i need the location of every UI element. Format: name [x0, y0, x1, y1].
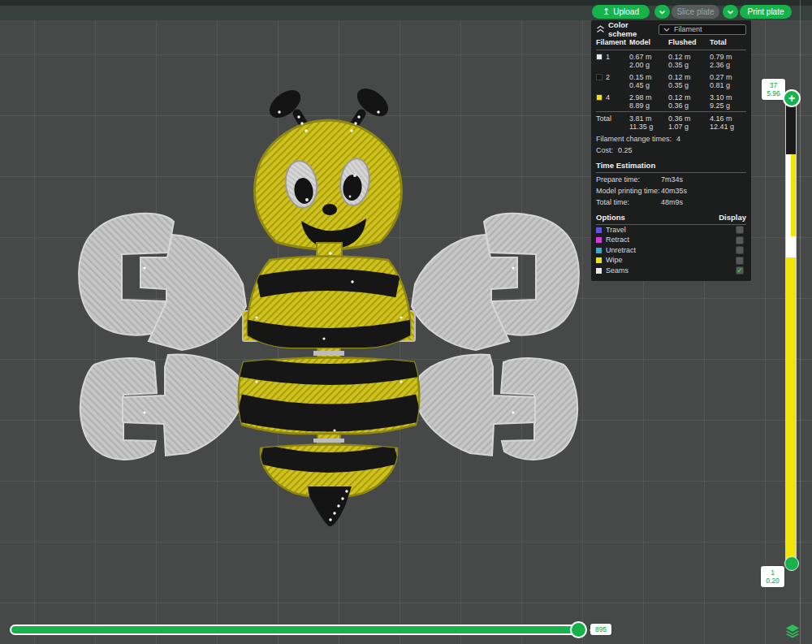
move-slider-tooltip: 895	[590, 624, 611, 635]
chevron-down-icon	[727, 10, 734, 15]
filament-change-times: Filament change times:4	[596, 135, 746, 144]
option-row-travel: Travel ✓	[596, 225, 746, 236]
chevron-down-icon	[663, 28, 670, 32]
filament-swatch	[596, 94, 603, 101]
layers-icon	[784, 623, 801, 639]
panel-title: Color scheme	[608, 20, 654, 38]
layer-color-segment	[786, 257, 796, 560]
bee-head	[255, 120, 402, 249]
layer-color-segment	[791, 154, 796, 236]
filament-usage-table: Filament Model Flushed Total 1 0.67 m2.0…	[596, 37, 746, 132]
prepare-time: Prepare time:7m34s	[596, 173, 746, 184]
preview-stats-panel: Color scheme Filament Filament Model Flu…	[591, 20, 751, 281]
layer-color-segment	[786, 106, 796, 154]
retract-display-checkbox[interactable]: ✓	[736, 236, 744, 244]
model-printing-time: Model printing time:40m35s	[596, 184, 746, 196]
display-title: Display	[719, 213, 746, 222]
wipe-swatch	[596, 257, 602, 263]
bee-body	[239, 257, 420, 499]
travel-swatch	[596, 227, 602, 233]
layer-slider-track[interactable]	[785, 105, 797, 561]
upload-icon: ↥	[603, 6, 610, 17]
filament-swatch	[596, 54, 603, 60]
retract-swatch	[596, 237, 602, 243]
unretract-swatch	[596, 248, 602, 253]
travel-display-checkbox[interactable]: ✓	[736, 226, 744, 234]
print-plate-label: Print plate	[747, 7, 784, 16]
seams-swatch	[596, 268, 602, 274]
slice-plate-button[interactable]: Slice plate	[672, 5, 719, 19]
print-dropdown-button[interactable]	[723, 5, 738, 19]
layer-slider-upper-handle[interactable]: +	[783, 89, 801, 107]
time-estimation-title: Time Estimation	[596, 161, 746, 173]
layer-color-segment	[786, 236, 796, 257]
filament-row-id: 4	[596, 91, 629, 111]
col-header: Filament	[596, 37, 629, 50]
total-row-label: Total	[596, 111, 629, 132]
col-header: Total	[710, 37, 746, 50]
col-header: Flushed	[668, 37, 710, 50]
seams-display-checkbox[interactable]: ✓	[736, 266, 744, 274]
filament-row-id: 2	[596, 71, 629, 91]
print-plate-button[interactable]: Print plate	[740, 5, 792, 19]
options-title: Options	[596, 213, 625, 222]
view-mode-select[interactable]: Filament	[659, 24, 746, 35]
col-header: Model	[629, 37, 668, 50]
move-slider-track[interactable]	[10, 625, 583, 635]
option-row-wipe: Wipe ✓	[596, 256, 746, 266]
collapse-panel-icon[interactable]	[596, 25, 604, 33]
slice-dropdown-button[interactable]	[654, 5, 670, 19]
slice-plate-label: Slice plate	[676, 7, 714, 16]
layer-slider-bottom-tooltip: 10.20	[761, 566, 784, 587]
slicer-preview-window: ↥ Upload Slice plate Print plate Color s…	[0, 0, 812, 644]
layer-slider-top-tooltip: 375.96	[762, 79, 785, 100]
cost: Cost:0.25	[596, 146, 746, 155]
view-mode-value: Filament	[674, 25, 702, 34]
chevron-down-icon	[659, 10, 666, 15]
layer-slider-lower-handle[interactable]	[784, 556, 799, 571]
upload-button[interactable]: ↥ Upload	[592, 5, 650, 19]
layer-view-button[interactable]	[784, 622, 801, 639]
option-row-unretract: Unretract ✓	[596, 245, 746, 256]
upload-button-label: Upload	[613, 7, 639, 16]
option-row-seams: Seams ✓	[596, 266, 746, 276]
move-slider-handle[interactable]	[570, 621, 587, 638]
filament-swatch	[596, 74, 603, 80]
wipe-display-checkbox[interactable]: ✓	[736, 257, 744, 265]
move-slider-fill	[11, 626, 581, 633]
option-row-retract: Retract ✓	[596, 236, 746, 246]
unretract-display-checkbox[interactable]: ✓	[736, 246, 744, 254]
filament-row-id: 1	[596, 50, 629, 71]
total-time: Total time:48m9s	[596, 196, 746, 207]
